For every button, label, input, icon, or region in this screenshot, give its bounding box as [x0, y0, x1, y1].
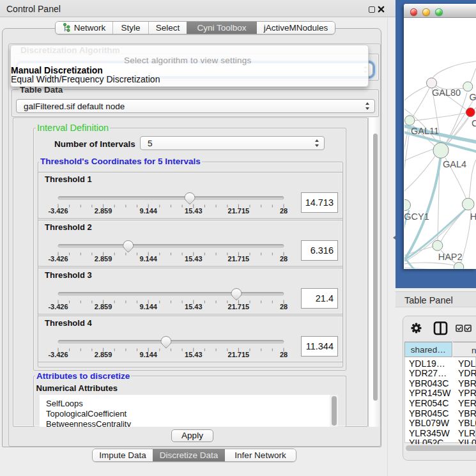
svg-text:GAL11: GAL11: [411, 126, 439, 136]
svg-text:GAL80: GAL80: [432, 88, 461, 98]
svg-text:GA: GA: [470, 92, 476, 102]
svg-text:GAL4: GAL4: [443, 159, 466, 169]
svg-text:HA: HA: [470, 211, 476, 222]
svg-text:HAP2: HAP2: [438, 252, 463, 262]
svg-text:C: C: [472, 118, 476, 128]
svg-text:GCY1: GCY1: [404, 211, 429, 222]
